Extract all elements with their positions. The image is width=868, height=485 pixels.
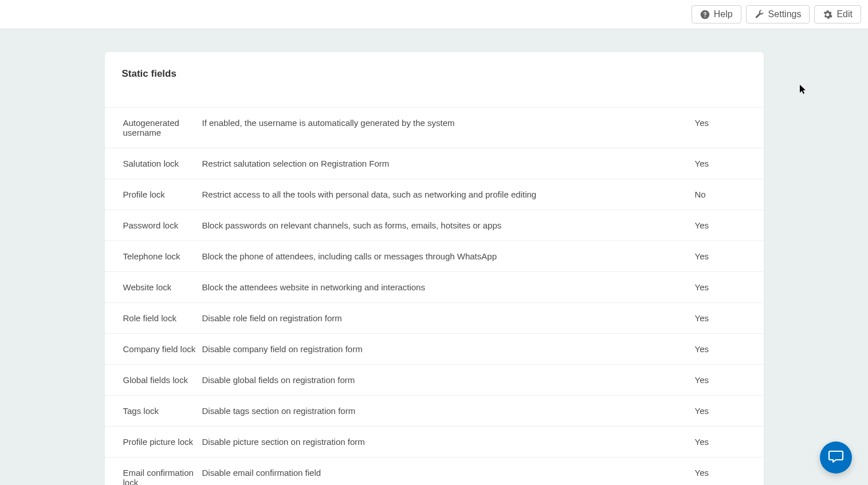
field-name: Tags lock bbox=[105, 396, 202, 427]
help-button[interactable]: Help bbox=[692, 5, 741, 23]
table-row: Email confirmation lockDisable email con… bbox=[105, 458, 764, 486]
table-row: Autogenerated usernameIf enabled, the us… bbox=[105, 108, 764, 148]
table-row: Password lockBlock passwords on relevant… bbox=[105, 210, 764, 241]
toolbar: Help Settings Edit bbox=[0, 0, 868, 29]
field-description: Block the attendees website in networkin… bbox=[202, 272, 695, 303]
field-description: Disable role field on registration form bbox=[202, 303, 695, 334]
field-description: Disable global fields on registration fo… bbox=[202, 365, 695, 396]
card-title: Static fields bbox=[122, 68, 747, 80]
table-row: Profile picture lockDisable picture sect… bbox=[105, 427, 764, 458]
field-value: Yes bbox=[695, 241, 764, 272]
field-value: No bbox=[695, 179, 764, 210]
field-name: Autogenerated username bbox=[105, 108, 202, 148]
field-description: Disable email confirmation field bbox=[202, 458, 695, 486]
field-value: Yes bbox=[695, 334, 764, 365]
content: Static fields Autogenerated usernameIf e… bbox=[0, 29, 868, 485]
field-name: Role field lock bbox=[105, 303, 202, 334]
field-value: Yes bbox=[695, 458, 764, 486]
field-description: Restrict access to all the tools with pe… bbox=[202, 179, 695, 210]
table-row: Profile lockRestrict access to all the t… bbox=[105, 179, 764, 210]
field-name: Telephone lock bbox=[105, 241, 202, 272]
table-row: Website lockBlock the attendees website … bbox=[105, 272, 764, 303]
field-description: Block the phone of attendees, including … bbox=[202, 241, 695, 272]
edit-button-label: Edit bbox=[836, 9, 853, 19]
field-name: Profile lock bbox=[105, 179, 202, 210]
table-row: Role field lockDisable role field on reg… bbox=[105, 303, 764, 334]
field-description: Restrict salutation selection on Registr… bbox=[202, 148, 695, 179]
chat-launcher-button[interactable] bbox=[820, 441, 852, 474]
field-value: Yes bbox=[695, 427, 764, 458]
field-value: Yes bbox=[695, 210, 764, 241]
field-name: Global fields lock bbox=[105, 365, 202, 396]
field-name: Website lock bbox=[105, 272, 202, 303]
static-fields-card: Static fields Autogenerated usernameIf e… bbox=[105, 52, 764, 485]
card-header: Static fields bbox=[105, 52, 764, 107]
field-name: Password lock bbox=[105, 210, 202, 241]
field-name: Salutation lock bbox=[105, 148, 202, 179]
help-icon bbox=[700, 10, 710, 19]
settings-button-label: Settings bbox=[768, 9, 802, 19]
field-description: Disable tags section on registration for… bbox=[202, 396, 695, 427]
table-row: Global fields lockDisable global fields … bbox=[105, 365, 764, 396]
fields-table: Autogenerated usernameIf enabled, the us… bbox=[105, 107, 764, 485]
field-value: Yes bbox=[695, 272, 764, 303]
field-name: Company field lock bbox=[105, 334, 202, 365]
svg-point-1 bbox=[704, 16, 705, 17]
table-row: Salutation lockRestrict salutation selec… bbox=[105, 148, 764, 179]
wrench-icon bbox=[755, 10, 764, 19]
table-row: Company field lockDisable company field … bbox=[105, 334, 764, 365]
help-button-label: Help bbox=[714, 9, 733, 19]
settings-button[interactable]: Settings bbox=[746, 5, 810, 23]
field-value: Yes bbox=[695, 108, 764, 148]
field-description: If enabled, the username is automaticall… bbox=[202, 108, 695, 148]
field-name: Email confirmation lock bbox=[105, 458, 202, 486]
table-row: Tags lockDisable tags section on registr… bbox=[105, 396, 764, 427]
field-value: Yes bbox=[695, 365, 764, 396]
field-description: Disable picture section on registration … bbox=[202, 427, 695, 458]
chat-icon bbox=[828, 448, 844, 467]
gear-icon bbox=[823, 10, 832, 19]
edit-button[interactable]: Edit bbox=[814, 5, 861, 23]
field-value: Yes bbox=[695, 303, 764, 334]
field-value: Yes bbox=[695, 148, 764, 179]
field-value: Yes bbox=[695, 396, 764, 427]
field-description: Disable company field on registration fo… bbox=[202, 334, 695, 365]
field-description: Block passwords on relevant channels, su… bbox=[202, 210, 695, 241]
field-name: Profile picture lock bbox=[105, 427, 202, 458]
table-row: Telephone lockBlock the phone of attende… bbox=[105, 241, 764, 272]
